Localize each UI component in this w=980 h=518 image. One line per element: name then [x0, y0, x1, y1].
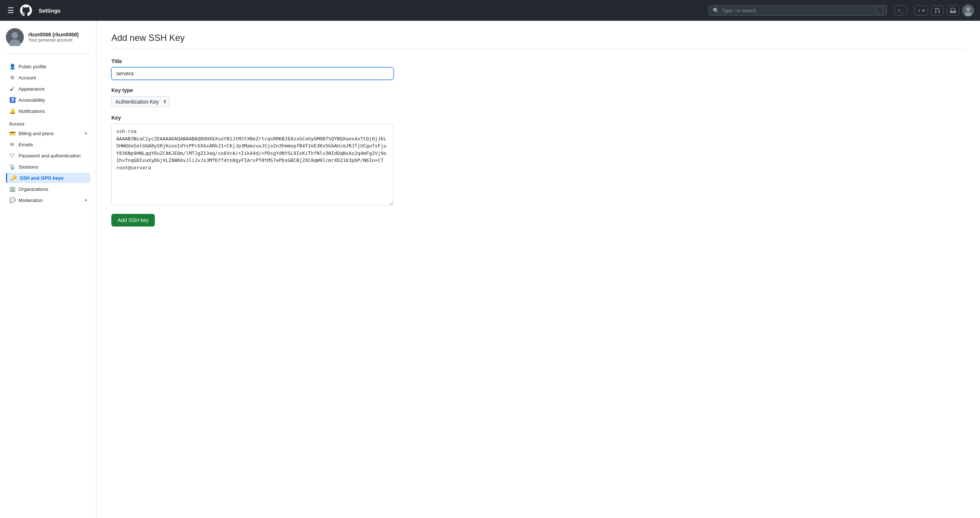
person-icon: 👤	[9, 64, 16, 69]
shield-icon: 🛡	[9, 153, 16, 159]
bell-icon: 🔔	[9, 108, 16, 114]
sidebar-link-ssh-gpg[interactable]: 🔑 SSH and GPG keys	[6, 173, 90, 183]
sidebar-item-password-auth: 🛡 Password and authentication	[6, 150, 90, 161]
sidebar-label-ssh-gpg: SSH and GPG keys	[20, 175, 64, 181]
sidebar-item-account: ⚙ Account	[6, 72, 90, 83]
sidebar-subtext: Your personal account	[28, 38, 79, 43]
top-navigation: ☰ Settings 🔍 Type / to search / >_ + ▾	[0, 0, 980, 21]
create-button[interactable]: + ▾	[914, 5, 928, 16]
sidebar-item-notifications: 🔔 Notifications	[6, 106, 90, 116]
sidebar-label-sessions: Sessions	[19, 164, 38, 170]
search-placeholder: Type / to search	[722, 8, 874, 13]
sidebar-link-emails[interactable]: ✉ Emails	[6, 139, 90, 150]
sidebar-item-emails: ✉ Emails	[6, 139, 90, 150]
github-logo[interactable]	[20, 5, 32, 16]
sidebar-item-organizations: 🏢 Organizations	[6, 184, 90, 194]
sidebar-label-moderation: Moderation	[19, 198, 43, 203]
sidebar-item-accessibility: ♿ Accessibility	[6, 95, 90, 105]
sidebar-item-ssh-gpg: 🔑 SSH and GPG keys	[6, 173, 90, 183]
key-type-field-group: Key type Authentication Key Signing Key …	[111, 87, 393, 107]
pulls-button[interactable]	[931, 5, 943, 16]
sidebar-label-account: Account	[19, 75, 36, 81]
main-layout: rkun0068 (rkun0068) Your personal accoun…	[0, 21, 980, 518]
sidebar-label-public-profile: Public profile	[19, 64, 46, 69]
sidebar-link-account[interactable]: ⚙ Account	[6, 72, 90, 83]
sidebar-link-password-auth[interactable]: 🛡 Password and authentication	[6, 150, 90, 161]
key-type-select-wrapper: Authentication Key Signing Key ⬍	[111, 96, 170, 107]
org-icon: 🏢	[9, 186, 16, 192]
sidebar-user-info: rkun0068 (rkun0068) Your personal accoun…	[28, 32, 79, 43]
sidebar-label-appearance: Appearance	[19, 86, 45, 92]
main-content: Add new SSH Key Title Key type Authentic…	[97, 21, 980, 518]
key-label: Key	[111, 115, 393, 121]
title-input[interactable]	[111, 67, 393, 80]
key-type-select[interactable]: Authentication Key Signing Key	[111, 96, 170, 107]
title-label: Title	[111, 58, 393, 64]
add-ssh-key-button[interactable]: Add SSH key	[111, 214, 155, 226]
hamburger-button[interactable]: ☰	[6, 5, 16, 16]
sidebar-label-accessibility: Accessibility	[19, 97, 45, 103]
sidebar-link-sessions[interactable]: 📡 Sessions	[6, 161, 90, 172]
svg-point-4	[11, 32, 18, 38]
inbox-button[interactable]	[947, 5, 959, 16]
sidebar-link-billing[interactable]: 💳 Billing and plans ▾	[6, 128, 90, 139]
page-title-nav: Settings	[38, 8, 60, 14]
key-field-group: Key ssh-rsa AAAAB3NzaC1yc2EAAAADAQABAABA…	[111, 115, 393, 206]
sidebar-link-accessibility[interactable]: ♿ Accessibility	[6, 95, 90, 105]
broadcast-icon: 📡	[9, 164, 16, 170]
sidebar-item-sessions: 📡 Sessions	[6, 161, 90, 172]
sidebar-item-moderation: 💬 Moderation ▾	[6, 195, 90, 206]
sidebar-label-password-auth: Password and authentication	[19, 153, 81, 159]
sidebar-item-billing: 💳 Billing and plans ▾	[6, 128, 90, 139]
access-section-label: Access	[6, 117, 90, 128]
accessibility-icon: ♿	[9, 97, 16, 103]
add-ssh-key-title: Add new SSH Key	[111, 33, 965, 49]
topnav-actions: + ▾	[914, 5, 974, 16]
sidebar-user-section: rkun0068 (rkun0068) Your personal accoun…	[6, 28, 90, 54]
chevron-moderation: ▾	[85, 198, 87, 203]
sidebar-link-notifications[interactable]: 🔔 Notifications	[6, 106, 90, 116]
creditcard-icon: 💳	[9, 130, 16, 136]
title-field-group: Title	[111, 58, 393, 80]
sidebar-label-emails: Emails	[19, 142, 33, 147]
sidebar-nav-access: 💳 Billing and plans ▾ ✉ Emails 🛡 Passwor…	[6, 128, 90, 206]
sidebar-link-appearance[interactable]: 🖌 Appearance	[6, 84, 90, 94]
sidebar-label-billing: Billing and plans	[19, 131, 54, 136]
paintbrush-icon: 🖌	[9, 86, 16, 92]
sidebar-item-public-profile: 👤 Public profile	[6, 61, 90, 72]
user-avatar[interactable]	[962, 5, 974, 16]
sidebar-username: rkun0068 (rkun0068)	[28, 32, 79, 38]
comment-icon: 💬	[9, 197, 16, 203]
terminal-button[interactable]: >_	[894, 5, 907, 16]
mail-icon: ✉	[9, 142, 16, 147]
chevron-billing: ▾	[85, 131, 87, 136]
ssh-key-form: Title Key type Authentication Key Signin…	[111, 58, 393, 226]
sidebar-link-public-profile[interactable]: 👤 Public profile	[6, 61, 90, 72]
key-type-label: Key type	[111, 87, 393, 93]
key-icon: 🔑	[10, 175, 17, 181]
svg-point-1	[966, 7, 970, 11]
gear-icon: ⚙	[9, 75, 16, 81]
sidebar-avatar	[6, 28, 24, 46]
search-bar[interactable]: 🔍 Type / to search /	[709, 5, 887, 16]
sidebar-label-organizations: Organizations	[19, 186, 48, 192]
search-icon: 🔍	[713, 8, 719, 13]
search-shortcut-kbd: /	[877, 8, 883, 13]
sidebar-link-organizations[interactable]: 🏢 Organizations	[6, 184, 90, 194]
sidebar: rkun0068 (rkun0068) Your personal accoun…	[0, 21, 97, 518]
sidebar-item-appearance: 🖌 Appearance	[6, 84, 90, 94]
sidebar-link-moderation[interactable]: 💬 Moderation ▾	[6, 195, 90, 206]
sidebar-label-notifications: Notifications	[19, 108, 45, 114]
key-textarea[interactable]: ssh-rsa AAAAB3NzaC1yc2EAAAADAQABAABAQDOH…	[111, 124, 393, 206]
sidebar-nav-main: 👤 Public profile ⚙ Account 🖌 Appearance …	[6, 61, 90, 116]
